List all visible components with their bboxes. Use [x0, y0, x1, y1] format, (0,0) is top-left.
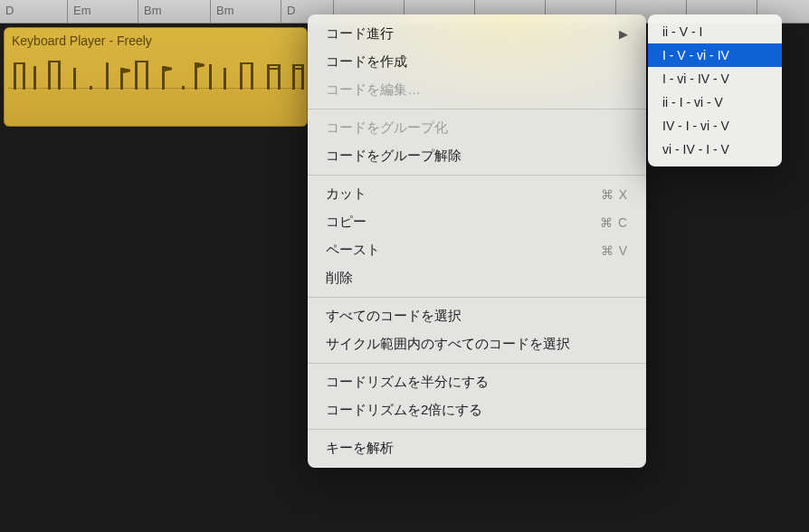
midi-region[interactable]: Keyboard Player - Freely	[4, 27, 308, 127]
menu-label: 削除	[326, 270, 353, 287]
progression-label: vi - IV - I - V	[662, 142, 729, 157]
menu-item-halve-chord-rhythm[interactable]: コードリズムを半分にする	[308, 368, 646, 396]
menu-item-chord-progression[interactable]: コード進行 ▶	[308, 20, 646, 48]
progression-option[interactable]: ii - I - vi - V	[648, 90, 782, 114]
progression-label: ii - I - vi - V	[662, 95, 723, 109]
chord-cell[interactable]: Em	[67, 0, 138, 23]
menu-label: コード進行	[326, 25, 394, 43]
menu-label: キーを解析	[326, 440, 394, 457]
region-title: Keyboard Player - Freely	[5, 28, 307, 52]
progression-option[interactable]: ii - V - I	[648, 20, 782, 43]
chord-label: Em	[73, 4, 91, 17]
menu-label: コピー	[326, 214, 366, 231]
menu-item-double-chord-rhythm[interactable]: コードリズムを2倍にする	[308, 396, 646, 424]
menu-label: すべてのコードを選択	[326, 308, 462, 325]
progression-option[interactable]: IV - I - vi - V	[648, 114, 782, 138]
menu-separator	[308, 429, 646, 430]
region-midi-content	[8, 52, 303, 115]
menu-item-cut[interactable]: カット ⌘ X	[308, 180, 646, 208]
progression-option[interactable]: vi - IV - I - V	[648, 138, 782, 161]
menu-item-edit-chord: コードを編集…	[308, 76, 646, 104]
menu-item-select-all-chords[interactable]: すべてのコードを選択	[308, 302, 646, 330]
menu-separator	[308, 109, 646, 109]
progression-option[interactable]: I - V - vi - IV	[648, 43, 782, 67]
shortcut-label: ⌘ V	[601, 243, 628, 258]
menu-separator	[308, 297, 646, 298]
menu-label: コードをグループ解除	[326, 147, 462, 165]
progression-label: I - vi - IV - V	[662, 71, 729, 86]
menu-label: サイクル範囲内のすべてのコードを選択	[326, 336, 570, 353]
menu-item-paste[interactable]: ペースト ⌘ V	[308, 236, 646, 264]
chord-cell[interactable]: D	[0, 0, 67, 23]
menu-label: ペースト	[326, 242, 380, 259]
menu-label: コードリズムを半分にする	[326, 374, 489, 391]
menu-label: コードを編集…	[326, 81, 421, 99]
chord-label: Bm	[216, 4, 234, 17]
chord-label: Bm	[144, 4, 162, 17]
chord-cell[interactable]: Bm	[138, 0, 210, 23]
chord-progression-submenu: ii - V - I I - V - vi - IV I - vi - IV -…	[648, 14, 782, 166]
menu-item-analyze-key[interactable]: キーを解析	[308, 434, 646, 462]
chord-label: D	[287, 4, 295, 17]
menu-separator	[308, 175, 646, 176]
menu-item-copy[interactable]: コピー ⌘ C	[308, 208, 646, 236]
menu-item-ungroup-chords[interactable]: コードをグループ解除	[308, 142, 646, 170]
menu-label: コードをグループ化	[326, 119, 448, 137]
menu-item-select-chords-in-cycle[interactable]: サイクル範囲内のすべてのコードを選択	[308, 330, 646, 358]
chord-context-menu: コード進行 ▶ コードを作成 コードを編集… コードをグループ化 コードをグルー…	[308, 14, 646, 468]
progression-label: I - V - vi - IV	[662, 48, 729, 62]
menu-label: カット	[326, 185, 366, 203]
shortcut-label: ⌘ X	[601, 187, 628, 202]
progression-label: IV - I - vi - V	[662, 119, 729, 133]
chord-label: D	[5, 4, 14, 17]
submenu-arrow-icon: ▶	[619, 27, 628, 41]
progression-option[interactable]: I - vi - IV - V	[648, 67, 782, 90]
menu-label: コードリズムを2倍にする	[326, 402, 482, 419]
chord-cell[interactable]: Bm	[210, 0, 281, 23]
menu-item-group-chords: コードをグループ化	[308, 114, 646, 142]
menu-separator	[308, 363, 646, 364]
menu-item-create-chord[interactable]: コードを作成	[308, 48, 646, 76]
shortcut-label: ⌘ C	[600, 215, 628, 230]
menu-item-delete[interactable]: 削除	[308, 264, 646, 292]
menu-label: コードを作成	[326, 53, 407, 71]
progression-label: ii - V - I	[662, 24, 702, 39]
